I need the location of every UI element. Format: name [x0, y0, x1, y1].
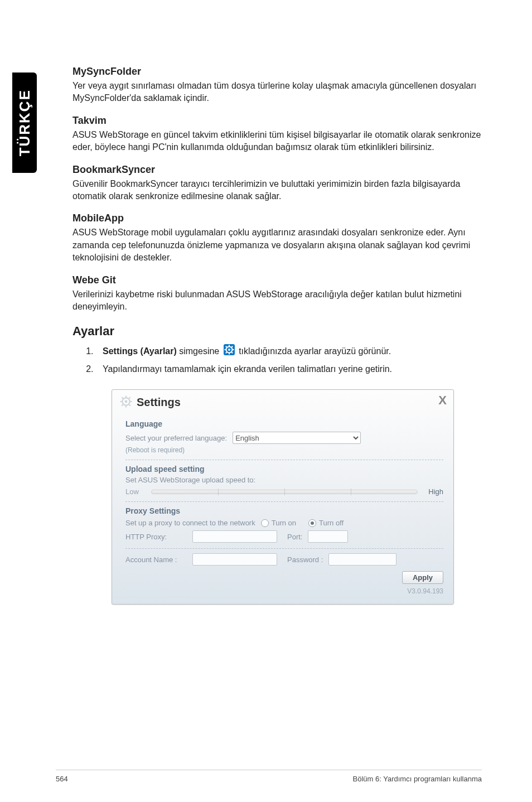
- upload-speed-slider[interactable]: [151, 490, 418, 494]
- gear-icon: [224, 344, 235, 360]
- svg-point-2: [228, 349, 230, 351]
- proxy-turn-on-radio[interactable]: Turn on: [261, 519, 296, 527]
- svg-line-10: [231, 346, 233, 347]
- body-bookmark: Güvenilir BookmarkSyncer tarayıcı tercih…: [72, 178, 482, 203]
- port-label: Port:: [287, 533, 302, 541]
- dialog-titlebar: Settings: [112, 390, 453, 413]
- heading-bookmark: BookmarkSyncer: [72, 164, 482, 176]
- heading-mysyncfolder: MySyncFolder: [72, 66, 482, 78]
- step-1-suffix: tıkladığınızda ayarlar arayüzü görünür.: [239, 346, 391, 356]
- body-mobileapp: ASUS WebStorage mobil uygulamaları çoklu…: [72, 226, 482, 264]
- svg-line-8: [231, 352, 233, 354]
- svg-line-19: [122, 405, 123, 406]
- svg-line-9: [226, 352, 227, 354]
- heading-webegit: Webe Git: [72, 274, 482, 286]
- document-content: MySyncFolder Yer veya aygıt sınırlaması …: [72, 66, 482, 605]
- step-1-bold: Settings (Ayarlar): [103, 346, 177, 356]
- version-label: V3.0.94.193: [125, 584, 443, 595]
- heading-takvim: Takvim: [72, 115, 482, 127]
- upload-label: Set ASUS WebStorage upload speed to:: [125, 476, 443, 484]
- proxy-turn-off-radio[interactable]: Turn off: [308, 519, 344, 527]
- heading-mobileapp: MobileApp: [72, 212, 482, 224]
- account-name-input[interactable]: [192, 553, 277, 566]
- gear-icon: [120, 395, 132, 409]
- port-input[interactable]: [308, 530, 348, 543]
- upload-section-title: Upload speed setting: [125, 465, 443, 474]
- apply-button[interactable]: Apply: [402, 571, 443, 584]
- account-name-label: Account Name :: [125, 555, 187, 564]
- steps-list: Settings (Ayarlar) simgesine: [72, 344, 482, 376]
- divider: [125, 501, 443, 502]
- step-2: Yapılandırmayı tamamlamak için ekranda v…: [96, 362, 482, 376]
- password-input[interactable]: [328, 553, 396, 566]
- language-note: (Reboot is required): [125, 446, 443, 454]
- http-proxy-input[interactable]: [192, 530, 277, 543]
- proxy-turn-on-label: Turn on: [272, 519, 296, 527]
- http-proxy-label: HTTP Proxy:: [125, 533, 187, 541]
- svg-line-20: [129, 398, 130, 399]
- proxy-setup-label: Set up a proxy to connect to the network: [125, 519, 255, 527]
- password-label: Password :: [287, 555, 323, 564]
- language-label: Select your preferred language:: [125, 434, 227, 442]
- proxy-section-title: Proxy Settings: [125, 506, 443, 515]
- svg-line-7: [226, 346, 227, 347]
- svg-line-18: [129, 405, 130, 406]
- language-section-title: Language: [125, 419, 443, 428]
- upload-low-label: Low: [125, 487, 151, 496]
- svg-line-17: [122, 398, 123, 399]
- body-takvim: ASUS WebStorage en güncel takvim etkinli…: [72, 129, 482, 154]
- body-webegit: Verilerinizi kaybetme riski bulunmadan A…: [72, 288, 482, 313]
- body-mysyncfolder: Yer veya aygıt sınırlaması olmadan tüm d…: [72, 80, 482, 105]
- language-select[interactable]: English: [233, 432, 361, 444]
- step-1: Settings (Ayarlar) simgesine: [96, 344, 482, 360]
- chapter-label: Bölüm 6: Yardımcı programları kullanma: [353, 775, 482, 783]
- svg-point-12: [125, 400, 128, 403]
- page-footer: 564 Bölüm 6: Yardımcı programları kullan…: [56, 770, 482, 783]
- upload-high-label: High: [418, 487, 443, 496]
- radio-icon: [261, 519, 269, 527]
- proxy-turn-off-label: Turn off: [319, 519, 344, 527]
- settings-dialog: X: [112, 389, 454, 605]
- side-tab-label: TÜRKÇE: [16, 89, 33, 156]
- divider: [125, 460, 443, 460]
- heading-ayarlar: Ayarlar: [72, 324, 482, 339]
- language-side-tab: TÜRKÇE: [12, 73, 37, 173]
- dialog-title: Settings: [137, 396, 181, 409]
- radio-icon: [308, 519, 316, 527]
- divider: [125, 548, 443, 549]
- step-1-mid: simgesine: [177, 346, 222, 356]
- close-icon[interactable]: X: [438, 393, 447, 408]
- dialog-body: Language Select your preferred language:…: [112, 413, 453, 604]
- page-number: 564: [56, 775, 68, 783]
